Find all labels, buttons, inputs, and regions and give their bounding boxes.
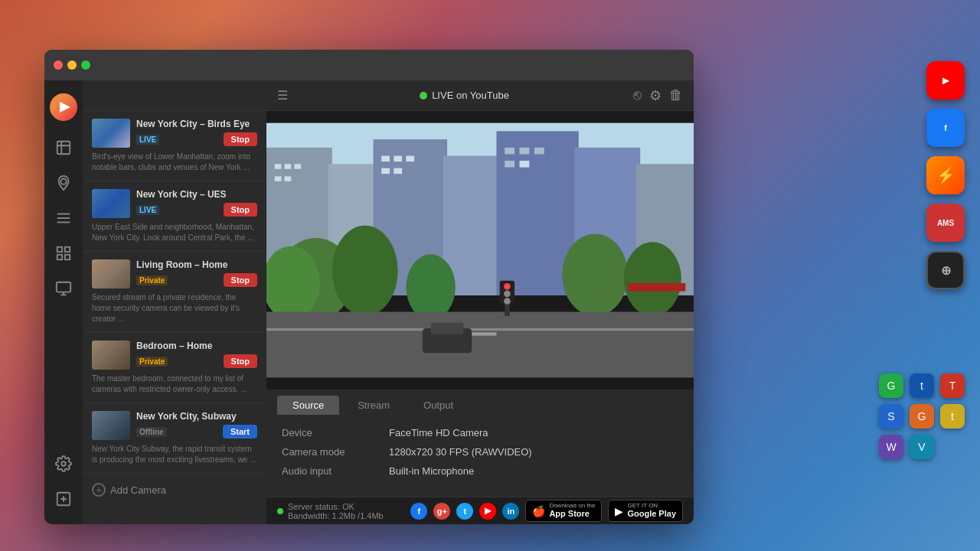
camera-item-top: Living Room – Home Private Stop (92, 259, 257, 289)
server-status: Server status: OK Bandwidth: 1.2Mb /1.4M… (277, 502, 384, 520)
logo-button[interactable] (44, 88, 83, 126)
camera-item-top: New York City – Birds Eye LIVE Stop (92, 119, 257, 148)
start-button[interactable]: Start (223, 425, 257, 439)
mini-dock-5[interactable]: G (910, 404, 934, 429)
close-button[interactable] (54, 60, 63, 70)
maximize-button[interactable] (81, 60, 90, 70)
facebook-social-icon[interactable]: f (410, 503, 427, 520)
google-play-button[interactable]: ▶ GET IT ON Google Play (608, 500, 683, 522)
stop-button[interactable]: Stop (224, 273, 257, 287)
live-status-dot (420, 92, 427, 99)
twitter-social-icon[interactable]: t (456, 503, 473, 520)
sidebar-item-scenes[interactable] (44, 130, 83, 165)
mini-dock-3[interactable]: T (940, 373, 965, 398)
mini-icon-8: V (918, 441, 925, 453)
svg-point-14 (61, 461, 66, 466)
sidebar-item-plugins[interactable] (44, 236, 83, 271)
tab-stream[interactable]: Stream (342, 396, 405, 415)
svg-rect-11 (57, 282, 70, 292)
camera-thumbnail (92, 119, 130, 148)
status-badge: Private (136, 357, 168, 367)
svg-point-45 (562, 234, 628, 316)
live-status-text: LIVE on YouTube (432, 90, 509, 101)
list-item[interactable]: Bedroom – Home Private Stop The master b… (83, 333, 266, 403)
camera-thumbnail (92, 411, 130, 440)
menu-icon[interactable]: ☰ (277, 88, 288, 103)
sidebar-item-location[interactable] (44, 165, 83, 201)
sniper-label: ⊕ (941, 263, 951, 278)
audio-row: Audio input Built-in Microphone (282, 465, 678, 477)
camera-name: New York City, Subway (136, 411, 257, 422)
stop-button[interactable]: Stop (224, 132, 257, 146)
apple-name: App Store (549, 509, 595, 519)
stop-button[interactable]: Stop (224, 354, 257, 368)
top-bar: ☰ LIVE on YouTube ⎋ ⚙ 🗑 (266, 80, 694, 111)
camera-info: Living Room – Home Private Stop (136, 259, 257, 287)
camera-item-top: New York City, Subway Offline Start (92, 411, 257, 440)
svg-rect-30 (285, 176, 292, 181)
list-item[interactable]: Living Room – Home Private Stop Secured … (83, 252, 266, 333)
mini-dock-8[interactable]: V (910, 435, 934, 459)
mini-dock-7[interactable]: W (879, 435, 903, 459)
app-store-button[interactable]: 🍎 Download on the App Store (525, 500, 602, 522)
sidebar-item-tools[interactable] (44, 481, 83, 517)
tab-bar: Source Stream Output (266, 390, 694, 415)
share-icon[interactable]: ⎋ (633, 87, 642, 103)
list-item[interactable]: New York City – Birds Eye LIVE Stop Bird… (83, 111, 266, 181)
tab-output[interactable]: Output (408, 396, 469, 415)
googleplus-social-icon[interactable]: g+ (433, 503, 450, 520)
svg-rect-28 (294, 164, 301, 168)
svg-point-52 (504, 291, 511, 298)
status-badge: LIVE (136, 135, 159, 145)
camera-thumbnail (92, 341, 130, 370)
list-item[interactable]: New York City – UES LIVE Stop Upper East… (83, 181, 266, 252)
add-camera-button[interactable]: + Add Camera (83, 474, 266, 506)
camera-thumbnail (92, 189, 130, 218)
facebook-dock-icon[interactable]: f (926, 109, 965, 147)
tab-source[interactable]: Source (277, 396, 339, 415)
svg-rect-34 (381, 168, 390, 174)
settings-panel: Device FaceTime HD Camera Camera mode 12… (266, 415, 694, 497)
mini-dock-6[interactable]: t (940, 404, 965, 429)
sidebar-item-sources[interactable] (44, 201, 83, 236)
grid-icon (55, 245, 72, 262)
svg-point-51 (504, 283, 511, 290)
mini-icon-3: T (949, 380, 956, 392)
status-row: Offline Start (136, 425, 257, 439)
youtube-social-icon[interactable]: ▶ (479, 503, 496, 520)
gear-icon (55, 455, 72, 472)
list-item[interactable]: New York City, Subway Offline Start New … (83, 403, 266, 474)
camera-name: Living Room – Home (136, 259, 257, 270)
mini-icon-2: t (920, 380, 923, 392)
mini-dock-2[interactable]: t (910, 373, 934, 398)
sidebar-item-output[interactable] (44, 271, 83, 306)
camera-mode-label: Camera mode (282, 446, 389, 458)
window-controls (54, 60, 90, 70)
minimize-button[interactable] (67, 60, 77, 70)
status-badge: LIVE (136, 205, 159, 215)
camera-info: Bedroom – Home Private Stop (136, 341, 257, 368)
apple-sub: Download on the (549, 503, 595, 509)
sidebar-item-settings[interactable] (44, 446, 83, 481)
youtube-label: ▶ (942, 76, 949, 86)
svg-rect-48 (266, 328, 694, 331)
sniper-dock-icon[interactable]: ⊕ (926, 251, 965, 289)
facebook-label: f (944, 123, 947, 132)
camera-info: New York City, Subway Offline Start (136, 411, 257, 439)
camera-description: New York City Subway, the rapid transit … (92, 444, 257, 465)
svg-rect-0 (57, 142, 70, 155)
delete-icon[interactable]: 🗑 (669, 87, 683, 103)
mini-dock-1[interactable]: G (879, 373, 903, 398)
svg-rect-47 (266, 311, 694, 377)
video-preview (266, 111, 694, 390)
bolt-dock-icon[interactable]: ⚡ (926, 156, 965, 194)
mini-icon-7: W (886, 441, 896, 453)
camera-mode-row: Camera mode 980x551 30 FPS (RAWVIDEO) (282, 446, 678, 458)
ams-dock-icon[interactable]: AMS (926, 204, 965, 242)
stop-button[interactable]: Stop (224, 203, 257, 217)
svg-rect-57 (628, 283, 685, 292)
settings-icon[interactable]: ⚙ (649, 87, 662, 104)
youtube-dock-icon[interactable]: ▶ (926, 61, 965, 99)
mini-dock-4[interactable]: S (879, 404, 903, 429)
linkedin-social-icon[interactable]: in (502, 503, 519, 520)
